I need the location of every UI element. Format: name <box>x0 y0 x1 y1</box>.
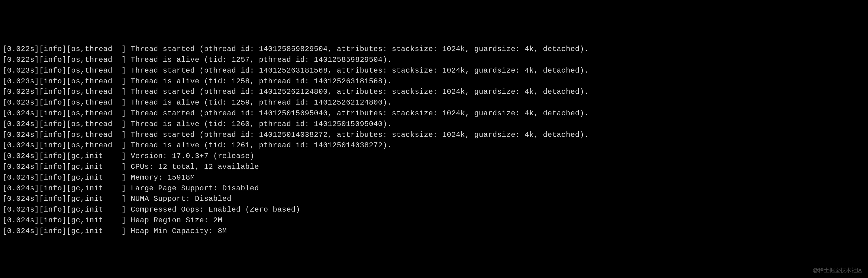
log-line: [0.024s][info][gc,init ] Version: 17.0.3… <box>2 151 866 162</box>
log-line: [0.023s][info][os,thread ] Thread starte… <box>2 65 866 76</box>
log-line: [0.022s][info][os,thread ] Thread is ali… <box>2 55 866 65</box>
log-line: [0.024s][info][gc,init ] Memory: 15918M <box>2 173 866 183</box>
log-line: [0.024s][info][os,thread ] Thread starte… <box>2 130 866 141</box>
log-line: [0.022s][info][os,thread ] Thread starte… <box>2 44 866 55</box>
log-line: [0.024s][info][gc,init ] Compressed Oops… <box>2 205 866 215</box>
log-line: [0.023s][info][os,thread ] Thread is ali… <box>2 76 866 87</box>
terminal-log-output: [0.022s][info][os,thread ] Thread starte… <box>2 44 866 237</box>
log-line: [0.023s][info][os,thread ] Thread is ali… <box>2 97 866 108</box>
log-line: [0.024s][info][gc,init ] Heap Min Capaci… <box>2 226 866 237</box>
log-line: [0.024s][info][os,thread ] Thread is ali… <box>2 140 866 151</box>
log-line: [0.023s][info][os,thread ] Thread starte… <box>2 87 866 97</box>
watermark-text: @稀土掘金技术社区 <box>813 266 863 274</box>
log-line: [0.024s][info][gc,init ] CPUs: 12 total,… <box>2 162 866 173</box>
log-line: [0.024s][info][gc,init ] NUMA Support: D… <box>2 194 866 205</box>
log-line: [0.024s][info][gc,init ] Large Page Supp… <box>2 183 866 194</box>
log-line: [0.024s][info][gc,init ] Heap Region Siz… <box>2 215 866 226</box>
log-line: [0.024s][info][os,thread ] Thread starte… <box>2 108 866 119</box>
log-line: [0.024s][info][os,thread ] Thread is ali… <box>2 119 866 130</box>
